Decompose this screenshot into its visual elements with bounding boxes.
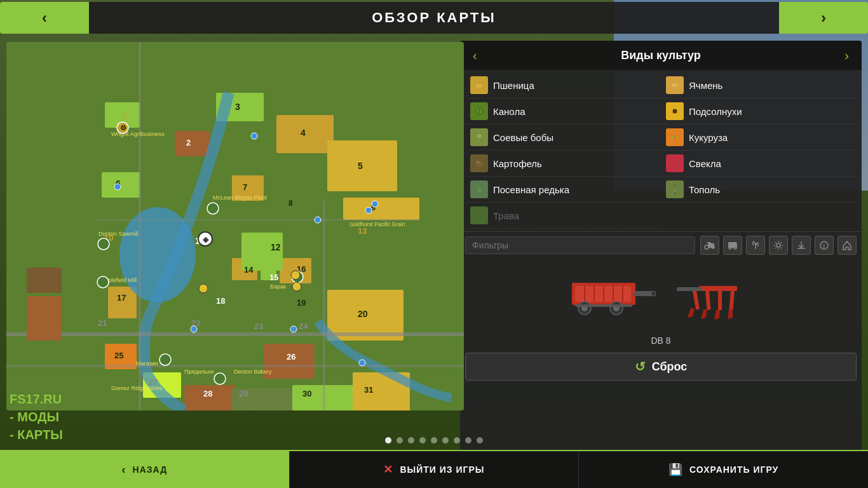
svg-text:Магазин: Магазин: [136, 360, 158, 367]
svg-rect-135: [575, 304, 632, 307]
dot-5[interactable]: [431, 437, 437, 444]
svg-rect-137: [693, 290, 700, 309]
svg-text:31: 31: [364, 385, 373, 395]
svg-point-112: [476, 161, 480, 163]
filter-info-btn[interactable]: i: [815, 236, 834, 255]
svg-point-107: [672, 112, 674, 114]
crop-item-wheat[interactable]: Пшеница: [465, 72, 661, 98]
page-dots: [385, 437, 483, 444]
reset-btn-area: ↺ Сброс: [460, 349, 862, 386]
main-container: ‹ ОБЗОР КАРТЫ ›: [0, 0, 868, 488]
svg-point-101: [674, 113, 676, 116]
dot-7[interactable]: [454, 437, 460, 444]
svg-text:Gomez Ridge Acres: Gomez Ridge Acres: [111, 385, 163, 391]
reset-icon: ↺: [635, 359, 646, 374]
svg-text:25: 25: [114, 351, 123, 360]
filter-plant-btn[interactable]: [746, 236, 765, 255]
svg-rect-136: [699, 286, 737, 291]
crop-item-canola[interactable]: Канола: [465, 98, 661, 125]
crop-next-button[interactable]: ›: [838, 46, 855, 65]
svg-rect-140: [729, 291, 735, 310]
crop-item-corn[interactable]: Кукуруза: [661, 125, 857, 151]
prev-button[interactable]: ‹: [0, 2, 89, 34]
next-icon: ›: [821, 9, 826, 27]
filter-tractor-btn[interactable]: [700, 236, 719, 255]
filter-truck-btn[interactable]: [723, 236, 742, 255]
svg-text:⚙: ⚙: [120, 124, 126, 132]
svg-point-93: [478, 84, 482, 88]
svg-point-104: [672, 108, 674, 110]
crop-item-poplar[interactable]: Тополь: [661, 177, 857, 203]
svg-point-86: [199, 284, 208, 293]
filter-gear-btn[interactable]: [769, 236, 788, 255]
back-label: НАЗАД: [133, 464, 168, 475]
crop-panel-header: ‹ Виды культур ›: [460, 41, 862, 70]
svg-rect-110: [673, 134, 677, 140]
crop-grid: Пшеница Ячмень Канола: [460, 70, 862, 231]
svg-text:15: 15: [269, 273, 278, 282]
dot-3[interactable]: [408, 437, 414, 444]
svg-point-79: [251, 133, 257, 139]
header-title-bar: ОБЗОР КАРТЫ: [89, 2, 779, 34]
filter-input[interactable]: [465, 236, 695, 254]
svg-text:1: 1: [123, 111, 127, 120]
svg-text:Прядильня: Прядильня: [184, 369, 214, 375]
dot-8[interactable]: [465, 437, 471, 444]
svg-point-78: [114, 184, 121, 190]
grass-icon: [470, 207, 488, 224]
crop-item-grass[interactable]: Трава: [465, 203, 661, 229]
svg-point-71: [97, 276, 109, 288]
filter-bar: i: [460, 231, 862, 259]
beet-label: Свекла: [689, 158, 721, 169]
svg-point-81: [365, 207, 372, 214]
svg-text:30: 30: [302, 389, 311, 398]
reset-label: Сброс: [652, 360, 688, 374]
svg-rect-141: [677, 287, 702, 291]
watermark-line1: FS17.RU: [10, 390, 63, 408]
back-button[interactable]: ‹ НАЗАД: [0, 451, 290, 488]
svg-point-82: [290, 326, 297, 332]
barley-icon: [666, 76, 684, 94]
svg-rect-15: [175, 131, 210, 156]
header-bar: ‹ ОБЗОР КАРТЫ ›: [0, 0, 868, 36]
dot-9[interactable]: [477, 437, 483, 444]
filter-download-btn[interactable]: [792, 236, 811, 255]
equipment-trailer: [566, 273, 661, 324]
crop-panel-title: Виды культур: [484, 49, 839, 62]
poplar-icon: [666, 180, 684, 198]
dot-1[interactable]: [385, 437, 391, 444]
filter-home-btn[interactable]: [837, 236, 857, 255]
svg-point-119: [776, 243, 780, 247]
svg-text:Goldhurst Pacific Grain: Goldhurst Pacific Grain: [349, 221, 405, 227]
save-button[interactable]: 💾 СОХРАНИТЬ ИГРУ: [579, 451, 868, 488]
svg-text:20: 20: [358, 309, 368, 319]
svg-rect-23: [27, 268, 62, 293]
canola-label: Канола: [493, 106, 525, 117]
dot-4[interactable]: [419, 437, 426, 444]
svg-rect-12: [108, 287, 137, 318]
map-section: 1 2 3 4 5 6 7 8 9 10 11 12 13 14 15 16 1: [6, 42, 464, 410]
svg-point-72: [159, 354, 171, 365]
wheat-icon: [470, 76, 488, 94]
exit-button[interactable]: ✕ ВЫЙТИ ИЗ ИГРЫ: [290, 451, 580, 488]
crop-item-sunflower[interactable]: Подсолнухи: [661, 98, 857, 125]
svg-text:17: 17: [117, 293, 126, 302]
dot-2[interactable]: [397, 437, 403, 444]
svg-point-85: [315, 217, 321, 223]
svg-point-105: [676, 112, 678, 114]
watermark-line2: - МОДЫ: [10, 408, 63, 426]
crop-item-barley[interactable]: Ячмень: [661, 72, 857, 98]
svg-text:◈: ◈: [202, 235, 209, 244]
svg-point-87: [291, 271, 300, 280]
next-button[interactable]: ›: [779, 2, 868, 34]
crop-item-potato[interactable]: Картофель: [465, 151, 661, 177]
right-panel: ‹ Виды культур › Пшеница: [458, 36, 868, 450]
crop-item-beet[interactable]: Свекла: [661, 151, 857, 177]
crop-prev-button[interactable]: ‹: [466, 46, 484, 65]
dot-6[interactable]: [442, 437, 449, 444]
reset-button[interactable]: ↺ Сброс: [465, 353, 857, 381]
prev-icon: ‹: [42, 9, 47, 27]
crop-item-radish[interactable]: Посевная редька: [465, 177, 661, 203]
crop-item-soy[interactable]: Соевые бобы: [465, 125, 661, 151]
svg-point-69: [207, 203, 219, 214]
